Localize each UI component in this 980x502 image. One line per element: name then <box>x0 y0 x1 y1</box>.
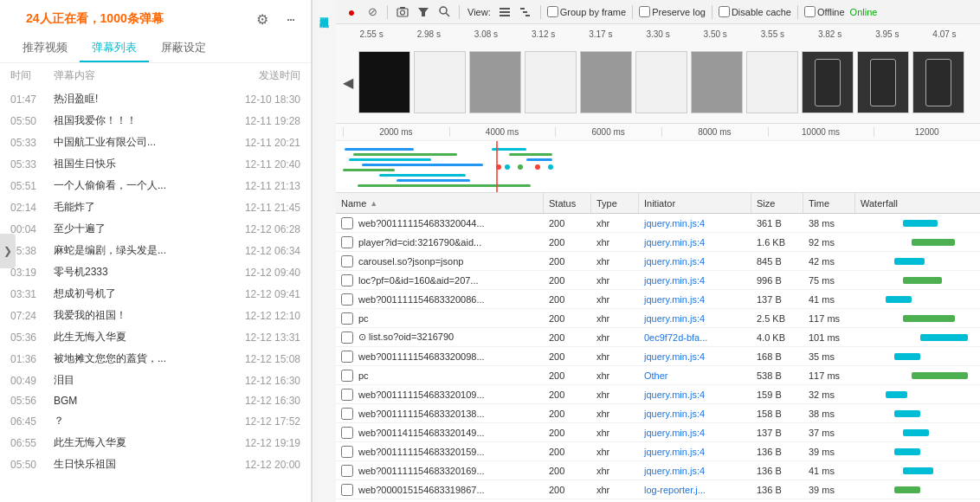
network-row[interactable]: pc 200 xhr jquery.min.js:4 2.5 KB 117 ms <box>336 309 980 328</box>
tab-block-settings[interactable]: 屏蔽设定 <box>149 35 218 62</box>
filmstrip-left-arrow[interactable]: ◀ <box>343 74 353 91</box>
danmu-row[interactable]: 05:50 生日快乐祖国 12-12 20:00 <box>0 454 311 475</box>
danmu-row[interactable]: 00:04 至少十遍了 12-12 06:28 <box>0 218 311 240</box>
danmu-row[interactable]: 05:51 一个人偷偷看，一个人... 12-11 21:13 <box>0 175 311 196</box>
filmstrip-frame[interactable] <box>525 51 577 113</box>
filmstrip-frame[interactable] <box>857 51 909 113</box>
network-row[interactable]: web?001111154683320044... 200 xhr jquery… <box>336 214 980 233</box>
net-cell-initiator[interactable]: jquery.min.js:4 <box>639 385 751 403</box>
row-checkbox[interactable] <box>341 293 353 306</box>
col-header-name[interactable]: Name ▲ <box>336 193 544 213</box>
disable-cache-checkbox[interactable] <box>719 6 730 17</box>
net-cell-initiator[interactable]: jquery.min.js:4 <box>639 233 751 251</box>
camera-button[interactable] <box>394 3 411 21</box>
row-checkbox[interactable] <box>341 427 353 439</box>
danmu-row[interactable]: 05:50 祖国我爱你！！！ 12-11 19:28 <box>0 110 311 132</box>
network-row[interactable]: web?001111154683320138... 200 xhr jquery… <box>336 404 980 423</box>
filmstrip-frame[interactable] <box>469 51 521 113</box>
col-header-size[interactable]: Size <box>751 193 803 213</box>
row-checkbox[interactable] <box>341 351 353 363</box>
row-checkbox[interactable] <box>341 446 353 458</box>
row-checkbox[interactable] <box>341 389 353 401</box>
row-checkbox[interactable] <box>341 255 353 267</box>
network-row[interactable]: web?001111154683320169... 200 xhr jquery… <box>336 461 980 480</box>
danmu-row[interactable]: 01:47 热泪盈眶! 12-10 18:30 <box>0 88 311 110</box>
net-cell-initiator[interactable]: jquery.min.js:4 <box>639 290 751 308</box>
row-checkbox[interactable] <box>341 370 353 382</box>
danmu-row[interactable]: 02:14 毛能炸了 12-11 21:45 <box>0 196 311 218</box>
network-row[interactable]: carousel.so?jsonp=jsonp 200 xhr jquery.m… <box>336 252 980 271</box>
danmu-row[interactable]: 05:56 BGM 12-12 16:30 <box>0 391 311 410</box>
network-row[interactable]: pc 200 xhr Other 538 B 117 ms <box>336 366 980 385</box>
search-button[interactable] <box>435 3 453 21</box>
net-cell-initiator[interactable]: jquery.min.js:4 <box>639 442 751 460</box>
help-btn[interactable]: 帮助 <box>316 495 332 502</box>
row-checkbox[interactable] <box>341 312 353 325</box>
col-header-waterfall[interactable]: Waterfall <box>855 193 980 213</box>
network-row[interactable]: web?001111154683320159... 200 xhr jquery… <box>336 442 980 461</box>
danmu-row[interactable]: 00:49 泪目 12-12 16:30 <box>0 370 311 391</box>
record-button[interactable]: ● <box>343 3 360 21</box>
network-row[interactable]: web?001111154683320086... 200 xhr jquery… <box>336 290 980 309</box>
offline-checkbox[interactable] <box>804 6 816 17</box>
net-cell-initiator[interactable]: log-reporter.j... <box>639 480 751 499</box>
timeline-content[interactable] <box>336 141 980 193</box>
danmu-row[interactable]: 07:24 我爱我的祖国！ 12-12 12:10 <box>0 305 311 326</box>
net-cell-initiator[interactable]: 0ec9f72d-bfa... <box>639 328 751 346</box>
filmstrip-frame[interactable] <box>635 51 687 113</box>
network-row[interactable]: web?001141154683320149... 200 xhr jquery… <box>336 423 980 442</box>
tab-recommended-video[interactable]: 推荐视频 <box>10 35 80 62</box>
row-checkbox[interactable] <box>341 274 353 286</box>
row-checkbox[interactable] <box>341 331 353 344</box>
col-header-initiator[interactable]: Initiator <box>639 193 751 213</box>
view-waterfall-icon[interactable] <box>517 3 534 21</box>
filmstrip-frame[interactable] <box>691 51 743 113</box>
net-cell-initiator[interactable]: jquery.min.js:4 <box>639 271 751 289</box>
row-checkbox[interactable] <box>341 236 353 248</box>
filmstrip-frame[interactable] <box>580 51 632 113</box>
network-row[interactable]: web?001111154683320098... 200 xhr jquery… <box>336 347 980 366</box>
net-cell-initiator[interactable]: jquery.min.js:4 <box>639 252 751 270</box>
col-header-type[interactable]: Type <box>591 193 639 213</box>
more-icon[interactable]: ··· <box>280 9 300 29</box>
group-by-frame-option[interactable]: Group by frame <box>547 6 626 17</box>
network-row[interactable]: player?id=cid:3216790&aid... 200 xhr jqu… <box>336 233 980 252</box>
network-row[interactable]: web?000015154683319867... 200 xhr log-re… <box>336 480 980 499</box>
playback-btn[interactable]: 播放回退至视频 <box>316 7 332 14</box>
filmstrip-frame[interactable] <box>414 51 466 113</box>
row-checkbox[interactable] <box>341 465 353 477</box>
settings-icon[interactable]: ⚙ <box>252 9 273 29</box>
net-cell-initiator[interactable]: jquery.min.js:4 <box>639 214 751 232</box>
collapse-button[interactable]: ❯ <box>0 234 16 268</box>
net-cell-initiator[interactable]: jquery.min.js:4 <box>639 347 751 365</box>
danmu-row[interactable]: 03:19 零号机2333 12-12 09:40 <box>0 261 311 283</box>
net-cell-initiator[interactable]: jquery.min.js:4 <box>639 461 751 479</box>
danmu-row[interactable]: 05:36 此生无悔入华夏 12-12 13:31 <box>0 326 311 348</box>
danmu-row[interactable]: 03:31 想成初号机了 12-12 09:41 <box>0 283 311 305</box>
group-by-frame-checkbox[interactable] <box>547 6 558 17</box>
row-checkbox[interactable] <box>341 408 353 420</box>
net-cell-initiator[interactable]: jquery.min.js:4 <box>639 309 751 327</box>
preserve-log-checkbox[interactable] <box>639 6 650 17</box>
preserve-log-option[interactable]: Preserve log <box>639 6 706 17</box>
net-cell-initiator[interactable]: jquery.min.js:4 <box>639 423 751 441</box>
danmu-row[interactable]: 05:33 中国航工业有限公司... 12-11 20:21 <box>0 132 311 153</box>
row-checkbox[interactable] <box>341 217 353 229</box>
danmu-row[interactable]: 05:38 麻蛇是编剧，绿头发是... 12-12 06:34 <box>0 240 311 261</box>
col-header-time[interactable]: Time <box>803 193 855 213</box>
danmu-row[interactable]: 06:55 此生无悔入华夏 12-12 19:19 <box>0 432 311 454</box>
col-header-status[interactable]: Status <box>544 193 591 213</box>
filmstrip-frame[interactable] <box>912 51 964 113</box>
view-list-icon[interactable] <box>496 3 513 21</box>
danmu-row[interactable]: 01:36 被地摊文您您的蓋貨，... 12-12 15:08 <box>0 348 311 370</box>
network-row[interactable]: ⊙ list.so?oid=3216790 200 xhr 0ec9f72d-b… <box>336 328 980 347</box>
filmstrip-frame[interactable] <box>802 51 854 113</box>
stop-button[interactable]: ⊘ <box>364 3 381 21</box>
offline-option[interactable]: Offline <box>804 6 845 17</box>
danmu-row[interactable]: 06:45 ？ 12-12 17:52 <box>0 410 311 432</box>
tab-danmu-list[interactable]: 弹幕列表 <box>80 35 149 62</box>
network-row[interactable]: loc?pf=0&id=160&aid=207... 200 xhr jquer… <box>336 271 980 290</box>
filmstrip-frame[interactable] <box>746 51 798 113</box>
filmstrip-frame[interactable] <box>358 51 410 113</box>
network-row[interactable]: web?001111154683320109... 200 xhr jquery… <box>336 385 980 404</box>
